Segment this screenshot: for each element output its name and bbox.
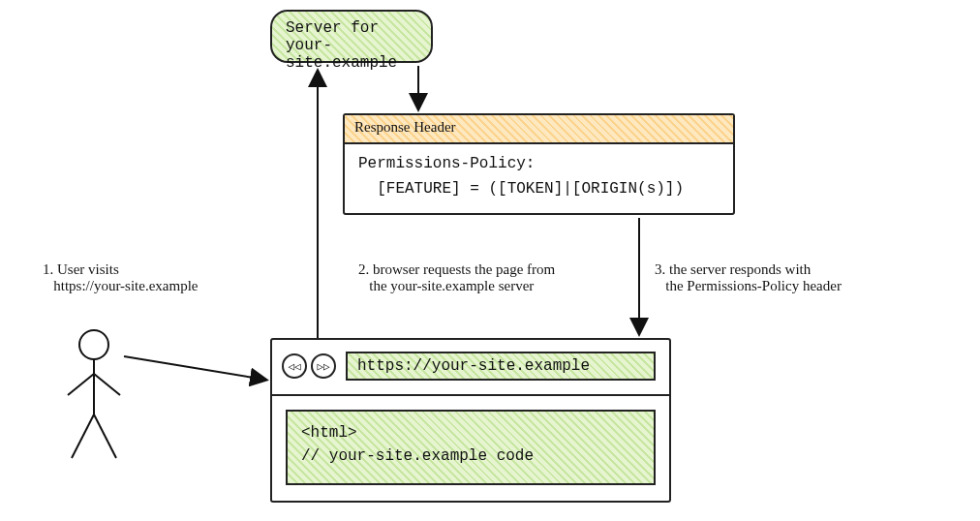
svg-line-4 bbox=[72, 414, 94, 458]
browser-window: ◁◁ ▷▷ https://your-site.example <html> /… bbox=[270, 338, 671, 503]
response-line2: [FEATURE] = ([TOKEN]|[ORIGIN(s)]) bbox=[358, 177, 720, 202]
browser-content: <html> // your-site.example code bbox=[286, 410, 656, 485]
response-line1: Permissions-Policy: bbox=[358, 152, 720, 177]
server-label-line2: your-site.example bbox=[286, 37, 417, 72]
step-3-label: 3. the server responds with the Permissi… bbox=[655, 261, 926, 294]
server-label-line1: Server for bbox=[286, 19, 417, 37]
step-1-line2: https://your-site.example bbox=[43, 278, 251, 294]
nav-buttons: ◁◁ ▷▷ bbox=[282, 353, 336, 379]
response-header-box: Response Header Permissions-Policy: [FEA… bbox=[343, 113, 735, 215]
forward-icon: ▷▷ bbox=[311, 353, 336, 379]
arrow-user-to-browser bbox=[124, 356, 265, 380]
code-line1: <html> bbox=[301, 421, 640, 444]
back-icon: ◁◁ bbox=[282, 353, 307, 379]
code-line2: // your-site.example code bbox=[301, 444, 640, 468]
svg-line-2 bbox=[68, 374, 94, 395]
response-header-body: Permissions-Policy: [FEATURE] = ([TOKEN]… bbox=[345, 144, 733, 209]
svg-point-0 bbox=[79, 330, 108, 359]
svg-line-3 bbox=[94, 374, 120, 395]
step-2-line2: the your-site.example server bbox=[358, 278, 620, 294]
step-2-label: 2. browser requests the page from the yo… bbox=[358, 261, 620, 294]
user-icon bbox=[60, 327, 128, 463]
svg-line-5 bbox=[94, 414, 116, 458]
step-2-line1: 2. browser requests the page from bbox=[358, 261, 620, 278]
response-header-title: Response Header bbox=[345, 115, 733, 144]
step-1-line1: 1. User visits bbox=[43, 261, 251, 278]
step-3-line1: 3. the server responds with bbox=[655, 261, 926, 278]
browser-toolbar: ◁◁ ▷▷ https://your-site.example bbox=[272, 340, 669, 396]
server-box: Server for your-site.example bbox=[270, 10, 433, 63]
step-1-label: 1. User visits https://your-site.example bbox=[43, 261, 251, 294]
step-3-line2: the Permissions-Policy header bbox=[655, 278, 926, 294]
url-bar: https://your-site.example bbox=[346, 352, 656, 381]
